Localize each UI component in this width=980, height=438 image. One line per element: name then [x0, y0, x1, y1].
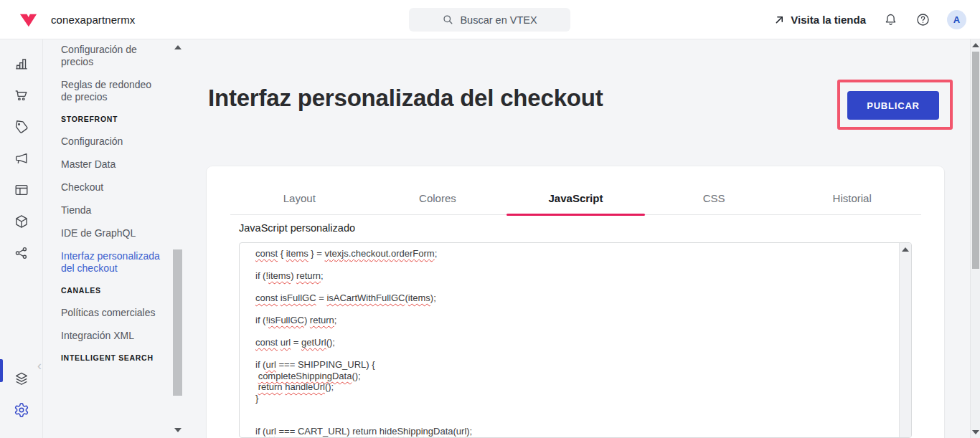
code-content: const { items } = vtexjs.checkout.orderF… [240, 243, 911, 437]
sidebar-menu: Configuración de preciosReglas de redond… [44, 39, 184, 362]
sidebar-item[interactable]: Políticas comerciales [61, 307, 163, 319]
search-icon [442, 14, 454, 26]
sidebar-item[interactable]: Reglas de redondeo de precios [61, 79, 163, 103]
page-title: Interfaz personalizada del checkout [208, 85, 603, 112]
active-rail-indicator [0, 359, 3, 382]
code-line [255, 326, 882, 338]
megaphone-icon[interactable] [14, 151, 29, 166]
sidebar-section-header: CANALES [61, 286, 155, 295]
code-line [255, 404, 882, 415]
content-card: LayoutColoresJavaScriptCSSHistorial Java… [207, 166, 944, 438]
visit-store-label: Visita la tienda [791, 14, 866, 26]
bell-icon[interactable] [882, 11, 898, 27]
topbar-right: Visita la tienda A [774, 10, 980, 29]
sidebar-item[interactable]: Interfaz personalizada del checkout [61, 250, 163, 275]
code-line: return handleUrl(); [255, 381, 882, 393]
scroll-down-icon[interactable] [174, 428, 182, 432]
tab-css[interactable]: CSS [645, 182, 783, 214]
sidebar-section-header: STOREFRONT [61, 115, 155, 123]
scroll-up-icon[interactable] [972, 43, 979, 47]
gear-icon[interactable] [14, 402, 29, 418]
arrow-up-right-icon [774, 14, 785, 25]
page-scroll-thumb[interactable] [972, 52, 979, 269]
visit-store-link[interactable]: Visita la tienda [774, 14, 866, 26]
avatar[interactable]: A [947, 10, 966, 29]
search-placeholder: Buscar en VTEX [460, 14, 537, 26]
code-line: const isFullGC = isACartWithFullGC(items… [255, 292, 882, 304]
avatar-letter: A [953, 14, 960, 25]
tab-bar: LayoutColoresJavaScriptCSSHistorial [230, 182, 921, 215]
search-input[interactable]: Buscar en VTEX [409, 8, 570, 32]
sidebar-item[interactable]: IDE de GraphQL [61, 227, 163, 239]
code-line: if (!isFullGC) return; [255, 315, 882, 326]
sidebar-item[interactable]: Integración XML [61, 330, 163, 342]
code-line [255, 348, 882, 360]
tab-historial[interactable]: Historial [783, 182, 921, 214]
account-name: conexapartnermx [51, 14, 135, 26]
editor-label: JavaScript personalizado [239, 222, 355, 234]
javascript-code-editor[interactable]: const { items } = vtexjs.checkout.orderF… [239, 242, 912, 438]
layers-icon[interactable] [14, 371, 29, 386]
sidebar-item[interactable]: Master Data [61, 158, 163, 171]
editor-scrollbar[interactable] [899, 243, 911, 437]
code-line [255, 260, 882, 271]
sidebar-scroll-thumb[interactable] [173, 249, 182, 396]
vtex-admin-app: conexapartnermx Buscar en VTEX Visita la… [0, 0, 980, 438]
sidebar-scrollbar[interactable] [172, 39, 184, 438]
sidebar-item[interactable]: Tienda [61, 204, 163, 216]
cart-icon[interactable] [14, 87, 29, 103]
sidebar-collapse-handle[interactable]: ‹ [37, 358, 42, 373]
bar-chart-icon[interactable] [14, 56, 29, 72]
code-line: if (url === CART_URL) return hideShippin… [255, 426, 882, 437]
page-scrollbar[interactable] [970, 39, 980, 438]
tab-layout[interactable]: Layout [230, 182, 369, 214]
share-icon[interactable] [14, 245, 29, 261]
code-line: const url = getUrl(); [255, 337, 882, 348]
cube-icon[interactable] [14, 214, 29, 229]
code-line [255, 304, 882, 315]
sidebar-section-header: INTELLIGENT SEARCH [61, 353, 155, 362]
topbar: conexapartnermx Buscar en VTEX Visita la… [0, 0, 980, 39]
code-line [255, 282, 882, 293]
layout-icon[interactable] [14, 182, 29, 198]
scroll-up-icon[interactable] [902, 247, 909, 252]
help-icon[interactable] [915, 11, 930, 27]
sidebar-item[interactable]: Checkout [61, 181, 163, 194]
scroll-up-icon[interactable] [174, 45, 182, 49]
code-line: } [255, 393, 882, 404]
sidebar-item[interactable]: Configuración [61, 135, 163, 148]
code-line: const { items } = vtexjs.checkout.orderF… [255, 248, 882, 260]
scroll-down-icon[interactable] [972, 430, 979, 434]
tab-colores[interactable]: Colores [369, 182, 507, 214]
code-line [255, 415, 882, 427]
icon-rail [0, 39, 43, 438]
tab-javascript[interactable]: JavaScript [507, 182, 645, 214]
publish-button[interactable]: PUBLICAR [847, 91, 939, 120]
code-line: completeShippingData(); [255, 371, 882, 382]
code-line: if (!items) return; [255, 270, 882, 282]
code-line: if (url === SHIPPING_URL) { [255, 359, 882, 371]
vtex-logo-icon[interactable] [19, 11, 37, 29]
tag-icon[interactable] [14, 119, 29, 135]
sidebar-menu-panel: Configuración de preciosReglas de redond… [44, 39, 184, 438]
sidebar-item[interactable]: Configuración de precios [61, 44, 163, 68]
